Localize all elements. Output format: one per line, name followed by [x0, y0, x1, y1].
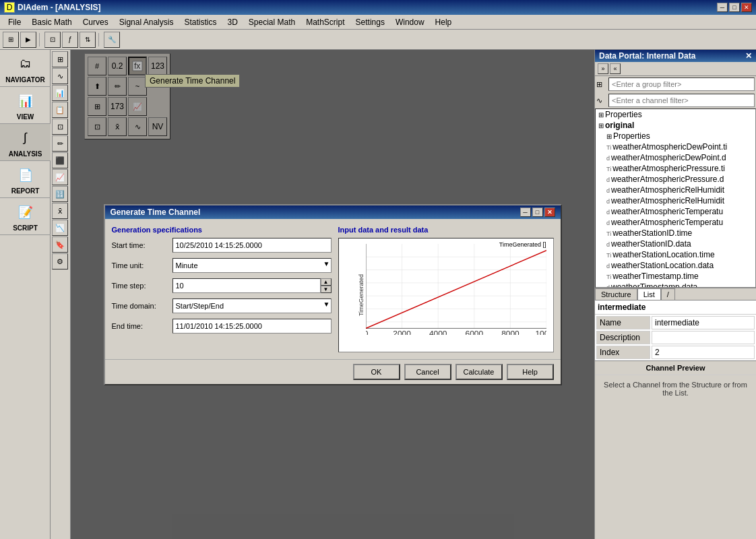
menu-basic-math[interactable]: Basic Math [26, 16, 77, 28]
group-name-header: intermediate [595, 300, 756, 315]
tree-item-temp-1[interactable]: dweatherAtmosphericTemperatu [604, 206, 755, 217]
toolbar-btn-4[interactable]: ƒ [62, 32, 78, 48]
dialog-left-panel: Generation specifications Start time: Ti… [112, 226, 332, 352]
time-domain-select[interactable]: Start/Step/End Start/Step/Count Start/En… [172, 298, 332, 313]
tree-item-dew-point-ti[interactable]: TiweatherAtmosphericDewPoint.ti [604, 141, 755, 152]
report-label: REPORT [11, 187, 40, 195]
view-label: VIEW [17, 113, 34, 121]
sidebar-item-report[interactable]: 📄 REPORT [0, 161, 51, 198]
data-tree: ⊞Properties ⊞original ⊞Properties Tiweat… [595, 108, 756, 288]
time-unit-select[interactable]: Minute Second Hour Day [172, 258, 332, 273]
sidebar-item-analysis[interactable]: ∫ ANALYSIS [0, 124, 51, 161]
channel-filter-input[interactable] [608, 94, 755, 107]
sidebar-item-view[interactable]: 📊 VIEW [0, 87, 51, 124]
maximize-button[interactable]: □ [729, 3, 740, 12]
end-time-input[interactable] [172, 319, 332, 334]
toolbar-btn-2[interactable]: ▶ [20, 32, 36, 48]
dialog-maximize[interactable]: □ [532, 208, 543, 217]
tree-item-original-properties[interactable]: ⊞Properties [604, 131, 755, 141]
icon-tb-btn-5[interactable]: ⊡ [52, 119, 68, 135]
app-title: DIAdem - [ANALYSIS] [18, 3, 101, 12]
sidebar-item-script[interactable]: 📝 SCRIPT [0, 198, 51, 235]
icon-tb-btn-9[interactable]: 🔢 [52, 186, 68, 202]
tree-item-timestamp-time[interactable]: TiweatherTimestamp.time [604, 271, 755, 282]
tree-item-timestamp-data[interactable]: dweatherTimestamp.data [604, 282, 755, 288]
menu-help[interactable]: Help [430, 16, 458, 28]
tree-item-dew-point-d[interactable]: dweatherAtmosphericDewPoint.d [604, 152, 755, 163]
menu-file[interactable]: File [3, 16, 26, 28]
report-icon: 📄 [15, 164, 36, 186]
icon-tb-btn-1[interactable]: ⊞ [52, 51, 68, 67]
group-filter-input[interactable] [608, 77, 755, 91]
collapse-btn[interactable]: « [610, 63, 621, 74]
svg-text:10000: 10000 [535, 329, 546, 335]
channel-filter-icon: ∿ [596, 96, 607, 105]
tab-list[interactable]: List [637, 288, 661, 300]
chart-container: TimeGenerated [] TimeGenerated [338, 238, 554, 352]
tree-item-temp-2[interactable]: dweatherAtmosphericTemperatu [604, 217, 755, 228]
toolbar-btn-6[interactable]: 🔧 [104, 32, 120, 48]
menu-mathscript[interactable]: MathScript [301, 16, 350, 28]
icon-tb-btn-11[interactable]: 📉 [52, 220, 68, 236]
tree-item-relhumid-2[interactable]: dweatherAtmosphericRelHumidit [604, 195, 755, 206]
tree-item-original[interactable]: ⊞original [596, 120, 755, 131]
icon-tb-btn-7[interactable]: ⬛ [52, 152, 68, 168]
icon-tb-btn-6[interactable]: ✏ [52, 135, 68, 152]
icon-tb-btn-2[interactable]: ∿ [52, 68, 68, 84]
tree-item-relhumid-1[interactable]: dweatherAtmosphericRelHumidit [604, 185, 755, 195]
menu-special-math[interactable]: Special Math [243, 16, 301, 28]
menu-curves[interactable]: Curves [77, 16, 114, 28]
tree-item-stationid-time[interactable]: TiweatherStationID.time [604, 228, 755, 239]
sidebar-item-navigator[interactable]: 🗂 NAVIGATOR [0, 50, 51, 87]
menu-statistics[interactable]: Statistics [179, 16, 222, 28]
svg-text:6000: 6000 [465, 329, 483, 335]
prop-name-label: Name [596, 316, 650, 329]
tab-extra[interactable]: / [661, 288, 675, 300]
tree-item-properties-root[interactable]: ⊞Properties [596, 109, 755, 120]
table-row: Name intermediate [596, 316, 755, 329]
toolbar-btn-3[interactable]: ⊡ [44, 32, 61, 48]
view-icon: 📊 [15, 90, 36, 112]
toolbar-btn-5[interactable]: ⇅ [80, 32, 96, 48]
tree-item-location-data[interactable]: dweatherStationLocation.data [604, 260, 755, 271]
close-button[interactable]: ✕ [741, 3, 752, 12]
tree-item-stationid-data[interactable]: dweatherStationID.data [604, 239, 755, 249]
icon-tb-btn-4[interactable]: 📋 [52, 102, 68, 118]
time-step-down[interactable]: ▼ [321, 286, 332, 293]
menu-signal-analysis[interactable]: Signal Analysis [114, 16, 179, 28]
tree-item-pressure-ti[interactable]: TiweatherAtmosphericPressure.ti [604, 163, 755, 174]
tree-item-location-time[interactable]: TiweatherStationLocation.time [604, 249, 755, 260]
script-label: SCRIPT [13, 224, 38, 232]
help-button[interactable]: Help [507, 364, 554, 380]
expand-btn[interactable]: » [598, 63, 608, 74]
tree-item-pressure-d[interactable]: dweatherAtmosphericPressure.d [604, 174, 755, 185]
menu-settings[interactable]: Settings [350, 16, 390, 28]
icon-tb-btn-12[interactable]: 🔖 [52, 236, 68, 253]
app-icon: D [4, 2, 15, 13]
tab-structure[interactable]: Structure [595, 288, 637, 300]
time-step-up[interactable]: ▲ [321, 278, 332, 286]
menu-window[interactable]: Window [390, 16, 430, 28]
ok-button[interactable]: OK [353, 364, 400, 380]
icon-tb-btn-8[interactable]: 📈 [52, 169, 68, 185]
icon-tb-btn-3[interactable]: 📊 [52, 85, 68, 101]
minimize-button[interactable]: ─ [717, 3, 728, 12]
prop-desc-label: Description [596, 331, 650, 344]
icon-tb-btn-13[interactable]: ⚙ [52, 253, 68, 270]
dialog-minimize[interactable]: ─ [520, 208, 531, 217]
dialog-close[interactable]: ✕ [544, 208, 555, 217]
calculate-button[interactable]: Calculate [455, 364, 503, 380]
cancel-button[interactable]: Cancel [404, 364, 451, 380]
menu-3d[interactable]: 3D [222, 16, 243, 28]
icon-tb-btn-10[interactable]: x̄ [52, 203, 68, 219]
svg-text:0: 0 [366, 329, 369, 335]
start-time-label: Start time: [112, 241, 172, 249]
time-domain-label: Time domain: [112, 302, 172, 310]
toolbar-btn-1[interactable]: ⊞ [3, 32, 19, 48]
modal-overlay: Generate Time Channel ─ □ ✕ Generation s… [71, 50, 594, 539]
properties-table: Name intermediate Description Index 2 [595, 315, 756, 360]
start-time-input[interactable] [172, 238, 332, 253]
time-step-input[interactable] [172, 278, 321, 293]
data-portal-close[interactable]: ✕ [745, 51, 752, 61]
prop-index-label: Index [596, 346, 650, 359]
